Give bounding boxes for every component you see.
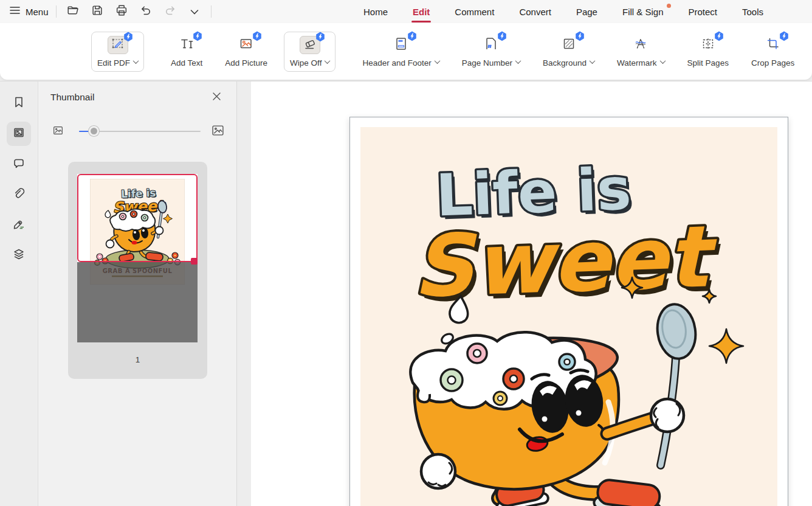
ai-badge-icon [714, 31, 724, 41]
background-icon [562, 36, 576, 54]
notification-dot [667, 4, 671, 8]
sidebar-item-signatures[interactable] [7, 213, 31, 237]
tool-label: Page Number [462, 58, 512, 68]
tab-protect[interactable]: Protect [689, 7, 718, 17]
sidebar-item-attachments[interactable] [7, 182, 31, 207]
print-button[interactable] [112, 2, 131, 21]
document-viewer[interactable]: Life is Life is Sweet Sweet [251, 81, 812, 506]
edit-pdf-button[interactable]: Edit PDF [91, 32, 144, 72]
tool-label: Wipe Off [290, 58, 322, 68]
thumbnail-zoom-slider [38, 124, 236, 139]
tool-label: Split Pages [687, 58, 729, 68]
hamburger-icon [10, 6, 20, 17]
wipe-off-button[interactable]: Wipe Off [284, 32, 335, 72]
viewport-indicator[interactable] [77, 174, 198, 262]
header-and-footer-button[interactable]: Header and Footer [356, 32, 445, 72]
poster-image[interactable]: Life is Life is Sweet Sweet [360, 127, 777, 506]
ai-badge-icon [575, 31, 585, 41]
open-file-button[interactable] [64, 2, 82, 21]
add-picture-button[interactable]: Add Picture [219, 32, 274, 72]
chevron-down-icon [659, 58, 666, 64]
layers-icon [12, 247, 26, 264]
tool-label: Edit PDF [97, 58, 130, 68]
viewport-resize-handle[interactable] [191, 258, 198, 265]
undo-button[interactable] [137, 2, 155, 21]
add-text-button[interactable]: Add Text [165, 32, 208, 72]
paperclip-icon [12, 186, 26, 203]
redo-icon [163, 4, 177, 19]
ribbon-toolbar: Edit PDF Add Text Add Picture Wipe Off [0, 23, 812, 80]
crop-pages-icon [766, 36, 780, 54]
sidebar-item-layers[interactable] [7, 243, 31, 268]
thumbnail-panel: Thumbnail [38, 81, 237, 506]
image-small-icon[interactable] [53, 125, 63, 138]
image-large-icon[interactable] [212, 124, 224, 139]
tool-label: Crop Pages [751, 58, 794, 68]
ai-badge-icon [779, 31, 789, 41]
ai-badge-icon [407, 31, 417, 41]
tool-label: Add Picture [225, 58, 267, 68]
bookmark-icon [12, 95, 26, 112]
panel-title: Thumbnail [50, 92, 94, 103]
tool-label: Header and Footer [362, 58, 431, 68]
page-number-label: 1 [68, 355, 207, 364]
chevron-down-icon [133, 58, 139, 64]
crop-pages-button[interactable]: Crop Pages [745, 32, 800, 72]
navigation-sidebar [0, 81, 38, 506]
tool-label: Watermark [617, 58, 657, 68]
close-panel-button[interactable] [210, 91, 223, 104]
ai-badge-icon [252, 31, 262, 41]
page-thumbnail[interactable]: Life is Life is Sweet Sweet [77, 174, 198, 342]
tab-fill-and-sign[interactable]: Fill & Sign [622, 7, 664, 17]
tool-label: Add Text [171, 58, 202, 68]
top-menu-bar: Menu Home Edit [0, 0, 812, 23]
ai-badge-icon [123, 32, 133, 42]
ai-badge-icon [193, 31, 202, 41]
chevron-down-icon [434, 58, 440, 64]
active-tab-underline [411, 21, 431, 23]
page-thumbnail-card[interactable]: Life is Life is Sweet Sweet [68, 162, 207, 379]
close-icon [212, 92, 221, 103]
header-footer-icon [394, 36, 408, 54]
zoom-slider-handle[interactable] [89, 126, 99, 136]
add-picture-icon [239, 36, 253, 54]
divider [56, 5, 57, 18]
tab-convert[interactable]: Convert [519, 7, 551, 17]
tab-edit[interactable]: Edit [413, 7, 430, 17]
more-actions-button[interactable] [185, 2, 204, 21]
sidebar-item-thumbnails[interactable] [7, 122, 31, 146]
tab-comment[interactable]: Comment [455, 7, 494, 17]
thumbnail-dim-overlay [77, 262, 198, 342]
comment-icon [12, 156, 26, 173]
divider [211, 5, 212, 18]
watermark-button[interactable]: Watermark [611, 32, 671, 72]
background-button[interactable]: Background [537, 32, 600, 72]
tool-label: Background [543, 58, 587, 68]
sidebar-item-comments[interactable] [7, 152, 31, 176]
chevron-down-icon [190, 6, 199, 17]
watermark-icon [633, 36, 648, 54]
redo-button[interactable] [161, 2, 179, 21]
tab-tools[interactable]: Tools [742, 7, 763, 17]
menu-label: Menu [26, 7, 49, 17]
print-icon [115, 4, 128, 19]
undo-icon [139, 4, 153, 19]
save-icon [91, 4, 104, 19]
open-folder-icon [66, 4, 80, 19]
ai-badge-icon [315, 32, 325, 42]
save-button[interactable] [88, 2, 106, 21]
page-number-icon [484, 36, 498, 54]
signature-icon [12, 217, 26, 234]
chevron-down-icon [515, 58, 521, 64]
page-number-button[interactable]: Page Number [456, 32, 526, 72]
zoom-slider-track[interactable] [79, 131, 201, 132]
tab-page[interactable]: Page [576, 7, 597, 17]
split-pages-button[interactable]: Split Pages [681, 32, 735, 72]
tab-home[interactable]: Home [363, 7, 388, 17]
sidebar-item-bookmarks[interactable] [7, 91, 31, 116]
workspace: Thumbnail [0, 81, 812, 506]
split-pages-icon [701, 36, 715, 54]
pdf-page[interactable]: Life is Life is Sweet Sweet [349, 117, 788, 506]
ai-badge-icon [497, 31, 507, 41]
main-menu-button[interactable]: Menu [0, 6, 49, 17]
